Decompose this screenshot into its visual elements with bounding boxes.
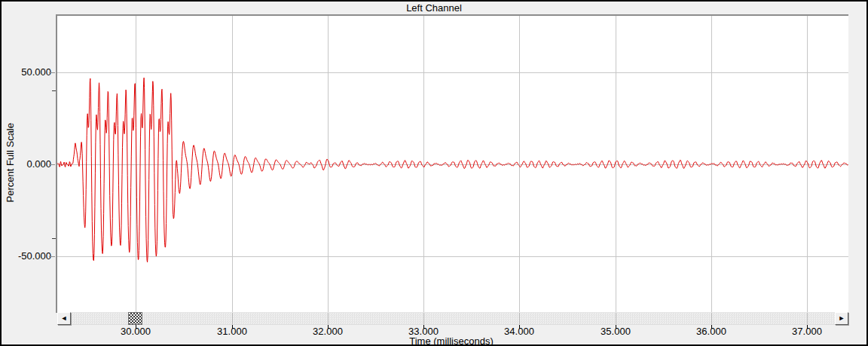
y-tick <box>49 256 55 257</box>
x-tick-label: 37.000 <box>781 326 833 337</box>
y-tick <box>49 164 55 165</box>
y-tick <box>49 72 55 73</box>
window-frame: Left Channel Percent Full Scale 50.0000.… <box>0 0 868 346</box>
x-tick-label: 31.000 <box>206 326 258 337</box>
x-tick-label: 34.000 <box>493 326 546 337</box>
scrollbar-track[interactable] <box>57 312 848 325</box>
scroll-left-button[interactable]: ◄ <box>57 312 71 325</box>
y-tick-label: -50.000 <box>2 251 51 262</box>
right-arrow-icon: ► <box>839 315 845 322</box>
waveform-trace <box>57 78 848 262</box>
y-tick-label: 0.000 <box>2 159 51 170</box>
left-arrow-icon: ◄ <box>61 315 68 322</box>
scroll-right-button[interactable]: ► <box>835 312 848 325</box>
y-tick-label: 50.000 <box>2 67 51 78</box>
y-minor-tick <box>52 238 56 239</box>
x-tick-label: 32.000 <box>301 326 354 337</box>
x-scrollbar: ◄ ► <box>57 312 848 325</box>
x-tick-label: 36.000 <box>685 326 738 337</box>
x-tick-label: 35.000 <box>589 326 642 337</box>
chart-title: Left Channel <box>2 2 866 14</box>
scrollbar-thumb[interactable] <box>128 312 142 325</box>
waveform-svg <box>57 16 848 313</box>
x-axis-title: Time (milliseconds) <box>56 336 847 346</box>
plot-area <box>56 14 848 313</box>
x-tick-label: 30.000 <box>109 326 162 337</box>
y-minor-tick <box>52 90 56 91</box>
